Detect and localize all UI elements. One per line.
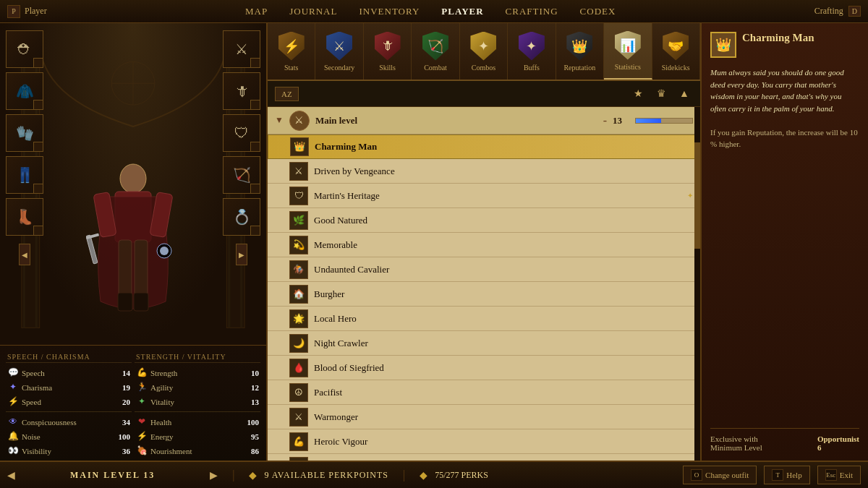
tab-buffs[interactable]: ✦ Buffs — [508, 23, 556, 80]
stat-strength-value: 10 — [239, 369, 259, 377]
tab-statistics[interactable]: 📊 Statistics — [604, 23, 652, 80]
tab-secondary[interactable]: ⚔ Secondary — [315, 23, 363, 80]
perk-icon-memorable: 💫 — [289, 236, 308, 254]
visibility-icon: 👀 — [7, 445, 19, 456]
left-panel: ⛑ 🧥 🧤 👖 👢 ◀ ⚔ — [0, 23, 268, 461]
nav-codex[interactable]: CODEX — [580, 6, 616, 17]
perk-name-memorable: Memorable — [314, 239, 693, 251]
speed-icon: ⚡ — [7, 396, 19, 407]
help-btn[interactable]: T Help — [764, 466, 809, 484]
bottom-arrow-left[interactable]: ◀ — [7, 469, 15, 481]
tab-reputation[interactable]: 👑 Reputation — [556, 23, 604, 80]
nav-inventory[interactable]: INVENTORY — [359, 6, 420, 17]
tab-combos-label: Combos — [472, 64, 495, 72]
perk-undaunted-cavalier[interactable]: 🏇 Undaunted Cavalier — [268, 257, 700, 282]
help-label: Help — [786, 471, 801, 479]
slot-shield[interactable]: 🛡 — [223, 114, 260, 152]
nav-journal[interactable]: JOURNAL — [289, 6, 337, 17]
perk-name-night-crawler: Night Crawler — [314, 338, 693, 349]
tab-skills[interactable]: 🗡 Skills — [364, 23, 412, 80]
slot-hands[interactable]: 🧤 — [6, 114, 43, 152]
perk-night-crawler[interactable]: 🌙 Night Crawler — [268, 331, 700, 356]
perk-name-warmonger: Warmonger — [314, 411, 693, 423]
nav-map[interactable]: MAP — [245, 6, 268, 17]
perk-icon-martin: 🛡 — [289, 187, 308, 205]
nourishment-icon: 🍖 — [136, 445, 148, 456]
stat-conspicuousness: 👁 Conspicuousness 34 — [6, 416, 132, 428]
stat-visibility: 👀 Visibility 36 — [6, 445, 132, 457]
perk-detail-normal: If you gain Reputation, the increase wil… — [710, 128, 858, 149]
perk-detail-description: Mum always said you should do one good d… — [710, 67, 859, 419]
tab-combat[interactable]: 🏹 Combat — [412, 23, 459, 80]
perk-driven-by-vengeance[interactable]: ⚔ Driven by Vengeance — [268, 159, 700, 184]
perk-name-driven: Driven by Vengeance — [314, 166, 693, 177]
nav-tabs: MAP JOURNAL INVENTORY PLAYER CRAFTING CO… — [245, 6, 616, 17]
main-level-chevron: ▼ — [275, 115, 284, 126]
slot-chest[interactable]: 🧥 — [6, 72, 43, 110]
bottom-divider1: | — [232, 468, 234, 481]
scroll-indicator — [694, 107, 700, 461]
reputation-shield-icon: 👑 — [566, 32, 592, 61]
tab-sidekicks[interactable]: 🤝 Sidekicks — [652, 23, 700, 80]
filter-star[interactable]: ★ — [629, 85, 647, 103]
slot-weapon1[interactable]: ⚔ — [223, 30, 260, 68]
nav-player[interactable]: PLAYER — [441, 6, 483, 17]
perk-name-pacifist: Pacifist — [314, 387, 693, 398]
svg-point-20 — [160, 247, 169, 255]
perk-points-text: 9 AVAILABLE PERKPOINTS — [264, 470, 388, 481]
filter-arrow[interactable]: ▲ — [676, 85, 693, 103]
strength-icon: 💪 — [136, 367, 148, 378]
window-icon: P — [7, 5, 20, 18]
slot-misc[interactable]: 💍 — [223, 198, 260, 236]
character-area: ⛑ 🧥 🧤 👖 👢 ◀ ⚔ — [0, 23, 266, 345]
exclusive-with-label: Exclusive with — [710, 435, 762, 443]
perk-icon-night-crawler: 🌙 — [289, 334, 308, 353]
perk-charming-man[interactable]: 👑 Charming Man — [268, 134, 700, 159]
stat-strength: 💪 Strength 10 — [135, 367, 260, 379]
help-key: T — [772, 469, 783, 481]
perk-heroic-vigour[interactable]: 💪 Heroic Vigour — [268, 429, 700, 454]
perk-points-icon: ◆ — [249, 469, 257, 481]
perk-warmonger[interactable]: ⚔ Warmonger — [268, 405, 700, 429]
filter-crown[interactable]: ♛ — [652, 85, 670, 103]
svg-rect-14 — [86, 233, 99, 239]
sort-az-button[interactable]: AZ — [275, 87, 299, 101]
perk-icon-driven: ⚔ — [289, 162, 308, 181]
svg-rect-16 — [135, 240, 148, 298]
tab-buffs-label: Buffs — [524, 64, 540, 72]
slot-head[interactable]: ⛑ — [6, 30, 43, 68]
change-outfit-btn[interactable]: O Change outfit — [683, 466, 757, 484]
perk-good-natured[interactable]: 🌿 Good Natured — [268, 208, 700, 233]
speech-icon: 💬 — [7, 367, 19, 378]
stat-nourishment: 🍖 Nourishment 86 — [135, 445, 260, 457]
tab-stats[interactable]: ⚡ Stats — [268, 23, 315, 80]
perk-martins-heritage[interactable]: 🛡 Martin's Heritage ✦ — [268, 184, 700, 208]
perk-burgher[interactable]: 🏠 Burgher — [268, 282, 700, 307]
scroll-left[interactable]: ◀ — [19, 244, 30, 265]
perk-blood-of-siegfried[interactable]: 🩸 Blood of Siegfried — [268, 356, 700, 380]
exit-btn[interactable]: Esc Exit — [817, 466, 861, 484]
perk-local-hero[interactable]: 🌟 Local Hero — [268, 307, 700, 331]
perk-pacifist[interactable]: ☮ Pacifist — [268, 380, 700, 405]
tab-stats-label: Stats — [284, 64, 298, 72]
nav-crafting[interactable]: CRAFTING — [506, 6, 558, 17]
perk-memorable[interactable]: 💫 Memorable — [268, 233, 700, 257]
equipment-slots-left: ⛑ 🧥 🧤 👖 👢 ◀ — [6, 30, 43, 265]
slot-weapon2[interactable]: 🗡 — [223, 72, 260, 110]
slot-feet[interactable]: 👢 — [6, 198, 43, 236]
stat-speech: 💬 Speech 14 — [6, 367, 132, 379]
perk-well-built[interactable]: 🏋 Well Built — [268, 454, 700, 461]
exclusive-with-value: Opportunist — [817, 435, 859, 443]
scroll-right[interactable]: ▶ — [236, 244, 247, 265]
bottom-arrow-right[interactable]: ▶ — [210, 469, 218, 481]
stat-speed: ⚡ Speed 20 — [6, 395, 132, 408]
perk-icon-good-natured: 🌿 — [289, 211, 308, 230]
slot-legs[interactable]: 👖 — [6, 156, 43, 194]
perk-detail-italic: Mum always said you should do one good d… — [710, 68, 844, 113]
tab-secondary-label: Secondary — [324, 64, 354, 72]
stat-charisma-name: Charisma — [22, 383, 107, 392]
tab-combos[interactable]: ✦ Combos — [460, 23, 508, 80]
stat-speed-value: 20 — [110, 398, 130, 406]
tab-reputation-label: Reputation — [563, 64, 595, 72]
slot-bow[interactable]: 🏹 — [223, 156, 260, 194]
